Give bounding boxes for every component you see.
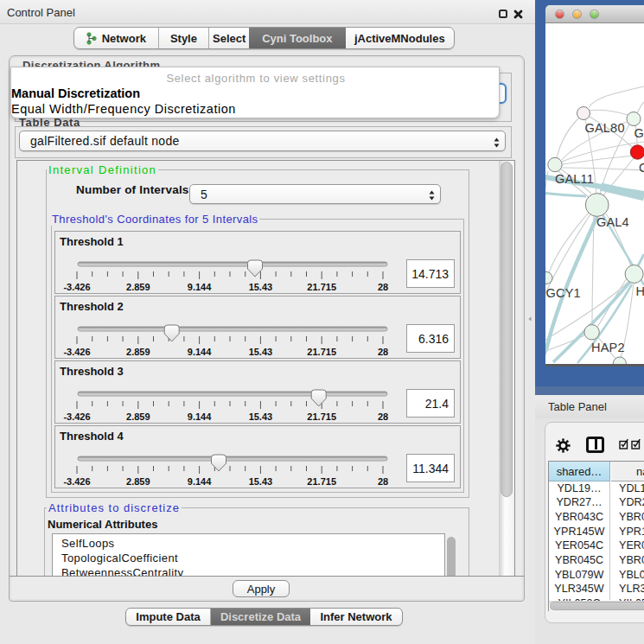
svg-text:9.144: 9.144: [188, 411, 212, 422]
svg-text:GA: GA: [634, 126, 644, 140]
svg-text:-3.426: -3.426: [63, 347, 90, 357]
svg-text:28: 28: [378, 282, 388, 292]
svg-text:GCY1: GCY1: [546, 286, 581, 300]
svg-text:15.43: 15.43: [249, 476, 273, 487]
svg-text:2.859: 2.859: [126, 282, 150, 292]
svg-text:28: 28: [378, 411, 388, 422]
svg-text:15.43: 15.43: [249, 411, 273, 422]
svg-text:15.43: 15.43: [249, 282, 273, 292]
svg-text:HAP2: HAP2: [591, 341, 625, 354]
svg-text:9.144: 9.144: [188, 347, 212, 357]
svg-text:21.715: 21.715: [307, 411, 336, 422]
svg-text:GAL80: GAL80: [585, 121, 625, 135]
svg-text:GAL11: GAL11: [555, 172, 594, 186]
svg-text:-3.426: -3.426: [63, 411, 90, 422]
svg-text:9.144: 9.144: [188, 282, 212, 292]
svg-text:21.715: 21.715: [307, 476, 336, 487]
svg-text:2.859: 2.859: [126, 476, 150, 487]
svg-text:G: G: [639, 161, 644, 175]
svg-text:9.144: 9.144: [188, 476, 212, 487]
svg-text:15.43: 15.43: [249, 347, 273, 357]
svg-text:21.715: 21.715: [307, 282, 336, 292]
svg-text:2.859: 2.859: [126, 411, 150, 422]
svg-text:28: 28: [378, 347, 388, 357]
svg-text:GAL4: GAL4: [596, 215, 629, 229]
svg-text:21.715: 21.715: [307, 347, 336, 357]
svg-text:H: H: [636, 284, 644, 298]
svg-text:-3.426: -3.426: [63, 476, 90, 487]
svg-text:2.859: 2.859: [126, 347, 150, 357]
svg-text:28: 28: [378, 476, 388, 487]
svg-text:-3.426: -3.426: [63, 282, 90, 292]
